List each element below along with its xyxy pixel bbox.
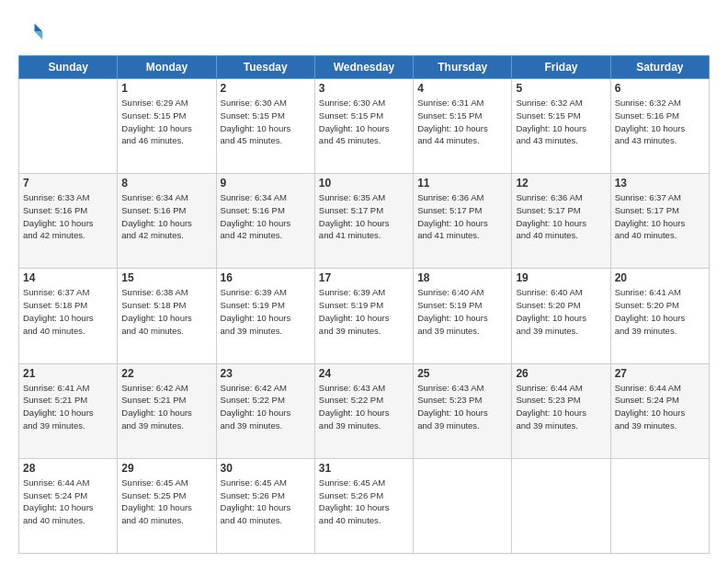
calendar-cell [512,458,610,553]
calendar-cell: 29Sunrise: 6:45 AM Sunset: 5:25 PM Dayli… [118,458,216,553]
day-info: Sunrise: 6:32 AM Sunset: 5:15 PM Dayligh… [516,97,606,147]
day-number: 9 [221,177,311,190]
day-info: Sunrise: 6:43 AM Sunset: 5:22 PM Dayligh… [319,382,409,432]
day-number: 12 [516,177,606,190]
day-number: 5 [516,82,606,95]
weekday-header: Saturday [610,56,709,79]
day-info: Sunrise: 6:45 AM Sunset: 5:26 PM Dayligh… [221,477,311,527]
weekday-header: Tuesday [216,56,314,79]
calendar-table: SundayMondayTuesdayWednesdayThursdayFrid… [18,55,710,554]
day-number: 7 [23,177,113,190]
weekday-header: Wednesday [314,56,413,79]
calendar-cell: 22Sunrise: 6:42 AM Sunset: 5:21 PM Dayli… [118,363,216,458]
svg-marker-1 [35,31,43,40]
calendar-cell: 3Sunrise: 6:30 AM Sunset: 5:15 PM Daylig… [314,79,413,174]
day-info: Sunrise: 6:37 AM Sunset: 5:18 PM Dayligh… [23,286,113,337]
calendar-week-row: 28Sunrise: 6:44 AM Sunset: 5:24 PM Dayli… [19,458,710,553]
day-number: 1 [121,82,211,95]
day-info: Sunrise: 6:34 AM Sunset: 5:16 PM Dayligh… [121,191,211,242]
calendar-cell: 8Sunrise: 6:34 AM Sunset: 5:16 PM Daylig… [118,174,216,269]
day-info: Sunrise: 6:34 AM Sunset: 5:16 PM Dayligh… [221,191,311,242]
day-number: 14 [23,271,113,284]
calendar-cell: 12Sunrise: 6:36 AM Sunset: 5:17 PM Dayli… [512,174,610,269]
day-number: 13 [615,177,705,190]
day-info: Sunrise: 6:44 AM Sunset: 5:24 PM Dayligh… [23,477,113,527]
calendar-cell: 13Sunrise: 6:37 AM Sunset: 5:17 PM Dayli… [610,174,709,269]
calendar-cell: 21Sunrise: 6:41 AM Sunset: 5:21 PM Dayli… [19,363,118,458]
day-info: Sunrise: 6:33 AM Sunset: 5:16 PM Dayligh… [23,191,113,242]
calendar-cell: 2Sunrise: 6:30 AM Sunset: 5:15 PM Daylig… [216,79,314,174]
calendar-cell: 25Sunrise: 6:43 AM Sunset: 5:23 PM Dayli… [414,363,512,458]
day-info: Sunrise: 6:40 AM Sunset: 5:19 PM Dayligh… [417,286,507,337]
day-info: Sunrise: 6:36 AM Sunset: 5:17 PM Dayligh… [516,191,606,242]
day-info: Sunrise: 6:40 AM Sunset: 5:20 PM Dayligh… [516,286,606,337]
day-info: Sunrise: 6:39 AM Sunset: 5:19 PM Dayligh… [221,286,311,337]
calendar-cell: 31Sunrise: 6:45 AM Sunset: 5:26 PM Dayli… [314,458,413,553]
calendar-cell: 24Sunrise: 6:43 AM Sunset: 5:22 PM Dayli… [314,363,413,458]
logo-icon [18,20,44,46]
day-info: Sunrise: 6:45 AM Sunset: 5:25 PM Dayligh… [121,477,211,527]
calendar-week-row: 21Sunrise: 6:41 AM Sunset: 5:21 PM Dayli… [19,363,710,458]
day-info: Sunrise: 6:39 AM Sunset: 5:19 PM Dayligh… [319,286,409,337]
weekday-header: Sunday [19,56,118,79]
calendar-cell: 5Sunrise: 6:32 AM Sunset: 5:15 PM Daylig… [512,79,610,174]
day-info: Sunrise: 6:31 AM Sunset: 5:15 PM Dayligh… [417,97,507,147]
day-info: Sunrise: 6:37 AM Sunset: 5:17 PM Dayligh… [615,191,705,242]
calendar-cell [610,458,709,553]
calendar-cell: 7Sunrise: 6:33 AM Sunset: 5:16 PM Daylig… [19,174,118,269]
day-number: 21 [23,367,113,380]
day-number: 29 [121,462,211,475]
calendar-cell [19,79,118,174]
day-info: Sunrise: 6:30 AM Sunset: 5:15 PM Dayligh… [221,97,311,147]
day-number: 6 [615,82,705,95]
day-info: Sunrise: 6:44 AM Sunset: 5:24 PM Dayligh… [615,382,705,432]
calendar-cell [414,458,512,553]
calendar-cell: 4Sunrise: 6:31 AM Sunset: 5:15 PM Daylig… [414,79,512,174]
weekday-header: Monday [118,56,216,79]
day-number: 24 [319,367,409,380]
svg-marker-0 [35,24,43,32]
calendar-cell: 20Sunrise: 6:41 AM Sunset: 5:20 PM Dayli… [610,269,709,363]
day-number: 27 [615,367,705,380]
day-number: 22 [121,367,211,380]
calendar-cell: 15Sunrise: 6:38 AM Sunset: 5:18 PM Dayli… [118,269,216,363]
day-number: 20 [615,271,705,284]
day-number: 31 [319,462,409,475]
day-info: Sunrise: 6:30 AM Sunset: 5:15 PM Dayligh… [319,97,409,147]
day-number: 30 [221,462,311,475]
day-info: Sunrise: 6:43 AM Sunset: 5:23 PM Dayligh… [417,382,507,432]
day-info: Sunrise: 6:36 AM Sunset: 5:17 PM Dayligh… [417,191,507,242]
calendar-cell: 17Sunrise: 6:39 AM Sunset: 5:19 PM Dayli… [314,269,413,363]
day-number: 19 [516,271,606,284]
day-number: 23 [221,367,311,380]
day-number: 25 [417,367,507,380]
day-number: 4 [417,82,507,95]
logo [18,20,49,46]
calendar-week-row: 14Sunrise: 6:37 AM Sunset: 5:18 PM Dayli… [19,269,710,363]
calendar-cell: 26Sunrise: 6:44 AM Sunset: 5:23 PM Dayli… [512,363,610,458]
calendar-cell: 16Sunrise: 6:39 AM Sunset: 5:19 PM Dayli… [216,269,314,363]
day-number: 18 [417,271,507,284]
day-number: 8 [121,177,211,190]
day-info: Sunrise: 6:32 AM Sunset: 5:16 PM Dayligh… [615,97,705,147]
weekday-header-row: SundayMondayTuesdayWednesdayThursdayFrid… [19,56,710,79]
calendar-cell: 23Sunrise: 6:42 AM Sunset: 5:22 PM Dayli… [216,363,314,458]
day-info: Sunrise: 6:45 AM Sunset: 5:26 PM Dayligh… [319,477,409,527]
day-info: Sunrise: 6:41 AM Sunset: 5:21 PM Dayligh… [23,382,113,432]
day-info: Sunrise: 6:29 AM Sunset: 5:15 PM Dayligh… [121,97,211,147]
calendar-cell: 19Sunrise: 6:40 AM Sunset: 5:20 PM Dayli… [512,269,610,363]
calendar-cell: 10Sunrise: 6:35 AM Sunset: 5:17 PM Dayli… [314,174,413,269]
calendar-cell: 1Sunrise: 6:29 AM Sunset: 5:15 PM Daylig… [118,79,216,174]
calendar-cell: 30Sunrise: 6:45 AM Sunset: 5:26 PM Dayli… [216,458,314,553]
calendar-cell: 14Sunrise: 6:37 AM Sunset: 5:18 PM Dayli… [19,269,118,363]
day-number: 28 [23,462,113,475]
day-number: 11 [417,177,507,190]
day-number: 16 [221,271,311,284]
day-number: 10 [319,177,409,190]
header [18,17,710,46]
calendar-cell: 28Sunrise: 6:44 AM Sunset: 5:24 PM Dayli… [19,458,118,553]
day-number: 2 [221,82,311,95]
calendar-week-row: 1Sunrise: 6:29 AM Sunset: 5:15 PM Daylig… [19,79,710,174]
weekday-header: Friday [512,56,610,79]
page: SundayMondayTuesdayWednesdayThursdayFrid… [0,0,728,563]
